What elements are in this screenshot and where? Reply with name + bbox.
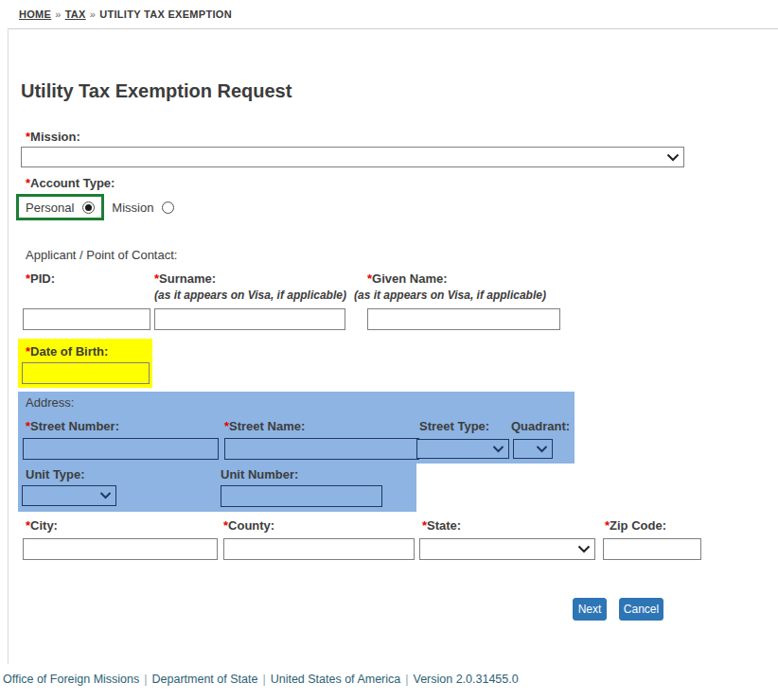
mission-radio[interactable]: [162, 201, 174, 214]
footer-separator: |: [400, 673, 413, 686]
pid-label: *PID:: [26, 271, 55, 286]
chevron-down-icon: [666, 153, 680, 162]
mission-option-label: Mission: [112, 201, 153, 215]
street-name-input[interactable]: [224, 438, 419, 460]
county-label: *County:: [223, 518, 274, 533]
unit-number-label: Unit Number:: [221, 467, 298, 481]
city-input[interactable]: [23, 538, 218, 560]
applicant-section-heading: Applicant / Point of Contact:: [26, 248, 177, 262]
unit-type-select[interactable]: [22, 485, 116, 506]
state-select[interactable]: [419, 538, 595, 560]
street-type-select[interactable]: [416, 439, 509, 459]
zip-code-label: *Zip Code:: [605, 518, 666, 533]
surname-label: *Surname:: [154, 271, 216, 286]
account-type-label: *Account Type:: [26, 176, 115, 190]
city-label: *City:: [26, 518, 58, 533]
breadcrumb-separator: »: [51, 9, 64, 20]
footer-version: Version 2.0.31455.0: [413, 673, 518, 686]
quadrant-select[interactable]: [513, 439, 553, 459]
cancel-button[interactable]: Cancel: [619, 598, 663, 621]
unit-type-label: Unit Type:: [26, 467, 85, 481]
street-type-label: Street Type:: [419, 419, 489, 433]
breadcrumb: HOME»TAX»UTILITY TAX EXEMPTION: [19, 9, 232, 20]
footer-separator: |: [257, 673, 270, 686]
account-type-options: Personal Mission: [16, 194, 174, 220]
street-name-label: *Street Name:: [224, 419, 305, 433]
street-number-label: *Street Number:: [26, 419, 119, 433]
zip-code-input[interactable]: [603, 538, 701, 560]
given-name-label: *Given Name:: [367, 271, 448, 286]
footer-united-states: United States of America: [271, 673, 401, 686]
county-input[interactable]: [223, 538, 415, 560]
mission-select[interactable]: [21, 147, 684, 167]
breadcrumb-tax-link[interactable]: TAX: [65, 9, 86, 20]
chevron-down-icon: [577, 545, 591, 553]
state-label: *State:: [422, 518, 461, 533]
quadrant-label: Quadrant:: [511, 419, 570, 433]
mission-label: *Mission:: [26, 130, 80, 144]
left-border-line: [8, 28, 9, 664]
surname-input[interactable]: [154, 308, 345, 330]
header-divider: [8, 28, 778, 29]
breadcrumb-home-link[interactable]: HOME: [19, 9, 51, 20]
page-title: Utility Tax Exemption Request: [21, 80, 292, 102]
next-button[interactable]: Next: [573, 598, 607, 621]
given-name-visa-note: (as it appears on Visa, if applicable): [354, 289, 546, 302]
personal-option-highlight-box: Personal: [16, 194, 104, 220]
personal-option-label: Personal: [26, 201, 74, 215]
personal-radio[interactable]: [82, 201, 95, 214]
dob-input[interactable]: [22, 362, 150, 384]
dob-label: *Date of Birth:: [26, 344, 108, 359]
street-number-input[interactable]: [23, 438, 219, 460]
chevron-down-icon: [492, 446, 504, 453]
chevron-down-icon: [536, 446, 548, 453]
surname-visa-note: (as it appears on Visa, if applicable): [154, 289, 346, 302]
address-section-heading: Address:: [26, 395, 74, 410]
breadcrumb-separator: »: [86, 9, 99, 20]
footer: Office of Foreign Missions|Department of…: [3, 673, 519, 686]
footer-office-of-foreign-missions: Office of Foreign Missions: [3, 673, 139, 686]
unit-number-input[interactable]: [221, 485, 382, 507]
given-name-input[interactable]: [367, 308, 560, 330]
chevron-down-icon: [99, 492, 112, 499]
utility-tax-exemption-page: HOME»TAX»UTILITY TAX EXEMPTION Utility T…: [0, 0, 778, 700]
footer-department-of-state: Department of State: [152, 673, 258, 686]
breadcrumb-current: UTILITY TAX EXEMPTION: [99, 9, 232, 20]
radio-selected-dot: [85, 204, 92, 211]
pid-input[interactable]: [23, 308, 150, 330]
footer-separator: |: [139, 673, 151, 686]
